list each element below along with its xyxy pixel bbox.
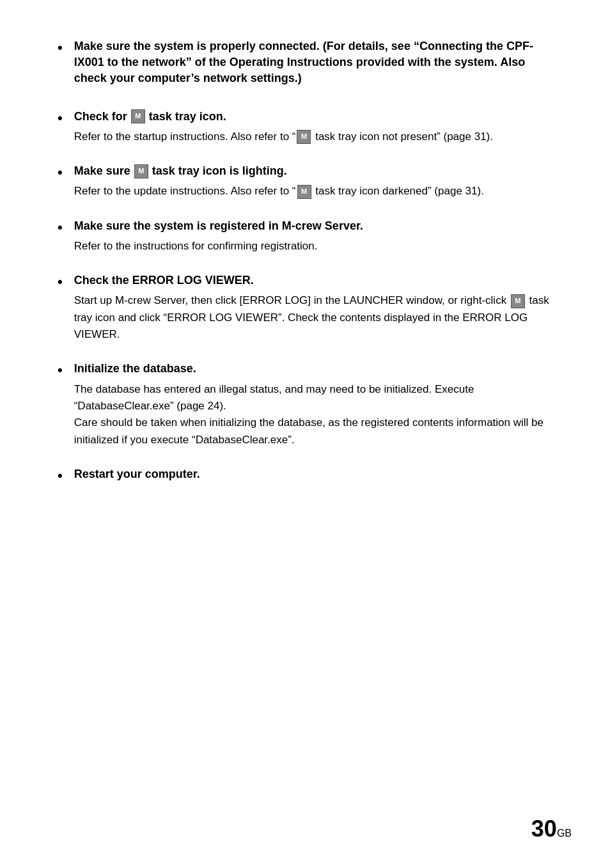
page: • Make sure the system is properly conne…	[0, 0, 610, 868]
bullet-content: Restart your computer.	[74, 466, 552, 486]
bullet-heading: Check for task tray icon.	[74, 109, 552, 125]
heading-text: Make sure the system is registered in M-…	[74, 218, 363, 234]
page-number-area: 30GB	[531, 816, 572, 842]
bullet-body: Refer to the instructions for confirming…	[74, 238, 552, 255]
bullet-dot: •	[58, 110, 63, 127]
page-suffix: GB	[557, 828, 572, 839]
list-item: • Make sure the system is properly conne…	[58, 38, 552, 91]
bullet-heading: Check the ERROR LOG VIEWER.	[74, 272, 552, 288]
list-item: • Initialize the database. The database …	[58, 361, 552, 448]
body-before: Refer to the update instructions. Also r…	[74, 185, 296, 197]
bullet-heading: Make sure the system is properly connect…	[74, 38, 552, 87]
bullet-heading: Initialize the database.	[74, 361, 552, 377]
list-item: • Make sure task tray icon is lighting. …	[58, 163, 552, 200]
bullet-dot: •	[58, 40, 63, 56]
bullet-content: Initialize the database. The database ha…	[74, 361, 552, 448]
heading-text: Restart your computer.	[74, 466, 200, 482]
heading-after: task tray icon.	[149, 109, 226, 125]
page-number: 30	[531, 816, 557, 842]
body-after: task tray icon darkened” (page 31).	[313, 185, 484, 197]
mcrew-icon	[134, 164, 148, 178]
list-item: • Restart your computer.	[58, 466, 552, 486]
bullet-dot: •	[58, 219, 63, 236]
mcrew-icon	[131, 109, 145, 123]
bullet-heading: Make sure task tray icon is lighting.	[74, 163, 552, 179]
bullet-body: Refer to the update instructions. Also r…	[74, 183, 552, 200]
list-item: • Check the ERROR LOG VIEWER. Start up M…	[58, 272, 552, 343]
list-item: • Check for task tray icon. Refer to the…	[58, 109, 552, 146]
mcrew-icon-body	[297, 130, 311, 144]
mcrew-icon-body	[297, 185, 311, 199]
bullet-body: Refer to the startup instructions. Also …	[74, 129, 552, 145]
heading-text: Initialize the database.	[74, 361, 196, 377]
list-item: • Make sure the system is registered in …	[58, 218, 552, 255]
bullet-content: Check the ERROR LOG VIEWER. Start up M-c…	[74, 272, 552, 343]
mcrew-icon-body	[511, 294, 525, 308]
heading-text: Make sure the system is properly connect…	[74, 38, 552, 87]
body-before: Start up M-crew Server, then click [ERRO…	[74, 294, 506, 306]
heading-after: task tray icon is lighting.	[152, 163, 287, 179]
bullet-content: Make sure the system is registered in M-…	[74, 218, 552, 255]
bullet-dot: •	[58, 362, 63, 379]
bullet-dot: •	[58, 468, 63, 484]
body-before: Refer to the startup instructions. Also …	[74, 130, 296, 143]
body-after: task tray icon not present” (page 31).	[312, 130, 493, 143]
bullet-heading: Restart your computer.	[74, 466, 552, 482]
bullet-content: Make sure task tray icon is lighting. Re…	[74, 163, 552, 200]
bullet-content: Make sure the system is properly connect…	[74, 38, 552, 91]
bullet-dot: •	[58, 274, 63, 290]
bullet-body: The database has entered an illegal stat…	[74, 381, 552, 448]
bullet-list: • Make sure the system is properly conne…	[58, 38, 552, 486]
bullet-body: Start up M-crew Server, then click [ERRO…	[74, 292, 552, 343]
bullet-content: Check for task tray icon. Refer to the s…	[74, 109, 552, 146]
heading-text: Check the ERROR LOG VIEWER.	[74, 272, 254, 288]
bullet-dot: •	[58, 164, 63, 181]
heading-before: Make sure	[74, 163, 130, 179]
bullet-heading: Make sure the system is registered in M-…	[74, 218, 552, 234]
heading-before: Check for	[74, 109, 127, 125]
